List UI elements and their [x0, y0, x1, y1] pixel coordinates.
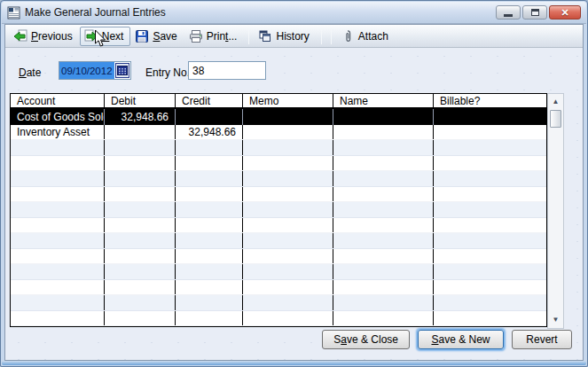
grid-row-empty[interactable]	[11, 140, 546, 156]
grid-cell-billable[interactable]	[434, 187, 546, 202]
grid-cell-name[interactable]	[333, 125, 434, 140]
grid-row-empty[interactable]	[11, 187, 546, 203]
grid-cell-billable[interactable]	[434, 311, 546, 326]
save-and-new-button[interactable]: Save & New	[418, 330, 504, 349]
grid-cell-account[interactable]	[11, 140, 105, 155]
grid-cell-billable[interactable]	[434, 125, 546, 140]
grid-cell-debit[interactable]	[105, 156, 176, 171]
grid-cell-credit[interactable]	[176, 156, 243, 171]
grid-cell-debit[interactable]	[105, 280, 176, 295]
grid-row-empty[interactable]	[11, 233, 546, 249]
next-button[interactable]: Next	[80, 27, 131, 46]
revert-button[interactable]: Revert	[512, 330, 572, 349]
calendar-button[interactable]	[115, 63, 129, 78]
grid-cell-account[interactable]: Inventory Asset	[11, 125, 105, 140]
grid-cell-credit[interactable]	[176, 295, 243, 310]
grid-cell-billable[interactable]	[434, 156, 546, 171]
grid-cell-credit[interactable]	[176, 280, 243, 295]
grid-row-empty[interactable]	[11, 218, 546, 234]
grid-cell-billable[interactable]	[434, 249, 546, 264]
grid-row-empty[interactable]	[11, 280, 546, 296]
grid-cell-account[interactable]	[11, 202, 105, 217]
grid-cell-account[interactable]: Cost of Goods Sold	[11, 109, 105, 125]
date-field[interactable]: 09/10/2012	[59, 61, 131, 80]
grid-cell-name[interactable]	[333, 280, 434, 295]
grid-cell-name[interactable]	[333, 311, 434, 326]
grid-cell-billable[interactable]	[434, 233, 546, 248]
grid-row-empty[interactable]	[11, 295, 546, 311]
grid-cell-credit[interactable]	[176, 171, 243, 186]
grid-cell-name[interactable]	[333, 249, 434, 264]
grid-cell-credit[interactable]	[176, 109, 243, 125]
grid-cell-debit[interactable]	[105, 218, 176, 233]
grid-cell-credit[interactable]	[176, 202, 243, 217]
save-button[interactable]: Save	[130, 27, 184, 46]
grid-cell-debit[interactable]	[105, 233, 176, 248]
grid-cell-billable[interactable]	[434, 264, 546, 279]
restore-button[interactable]	[522, 5, 547, 20]
previous-button[interactable]: Previous	[9, 27, 80, 46]
grid-cell-credit[interactable]	[176, 233, 243, 248]
grid-cell-memo[interactable]	[243, 156, 333, 171]
attach-button[interactable]: Attach	[336, 27, 396, 46]
grid-cell-debit[interactable]	[105, 202, 176, 217]
grid-cell-name[interactable]	[333, 218, 434, 233]
grid-cell-account[interactable]	[11, 187, 105, 202]
grid-cell-account[interactable]	[11, 295, 105, 310]
grid-cell-credit[interactable]	[176, 311, 243, 326]
grid-cell-account[interactable]	[11, 156, 105, 171]
grid-cell-name[interactable]	[333, 109, 434, 125]
grid-cell-name[interactable]	[333, 187, 434, 202]
grid-cell-memo[interactable]	[243, 109, 333, 125]
grid-cell-name[interactable]	[333, 140, 434, 155]
close-button[interactable]: ✕	[549, 5, 581, 20]
grid-cell-name[interactable]	[333, 295, 434, 310]
grid-cell-credit[interactable]	[176, 218, 243, 233]
grid-cell-debit[interactable]	[105, 295, 176, 310]
grid-row-empty[interactable]	[11, 311, 546, 327]
grid-cell-billable[interactable]	[434, 140, 546, 155]
grid-cell-debit[interactable]	[105, 264, 176, 279]
grid-row-empty[interactable]	[11, 171, 546, 187]
grid-cell-memo[interactable]	[243, 249, 333, 264]
grid-cell-account[interactable]	[11, 311, 105, 326]
grid-cell-memo[interactable]	[243, 218, 333, 233]
grid-cell-account[interactable]	[11, 280, 105, 295]
scroll-down-button[interactable]: ▼	[549, 314, 562, 326]
history-button[interactable]: History	[254, 27, 316, 46]
scrollbar-thumb[interactable]	[550, 110, 561, 128]
grid-cell-credit[interactable]	[176, 187, 243, 202]
grid-cell-billable[interactable]	[434, 295, 546, 310]
grid-cell-memo[interactable]	[243, 202, 333, 217]
entry-no-field[interactable]: 38	[188, 61, 266, 80]
grid-cell-debit[interactable]	[105, 187, 176, 202]
grid-cell-debit[interactable]	[105, 125, 176, 140]
grid-row-empty[interactable]	[11, 264, 546, 280]
grid-cell-credit[interactable]	[176, 140, 243, 155]
grid-cell-debit[interactable]	[105, 140, 176, 155]
grid-cell-credit[interactable]	[176, 264, 243, 279]
save-and-close-button[interactable]: Save & Close	[322, 330, 410, 349]
grid-cell-memo[interactable]	[243, 264, 333, 279]
grid-cell-credit[interactable]: 32,948.66	[176, 125, 243, 140]
grid-cell-account[interactable]	[11, 249, 105, 264]
grid-cell-account[interactable]	[11, 218, 105, 233]
grid-cell-memo[interactable]	[243, 233, 333, 248]
grid-cell-name[interactable]	[333, 156, 434, 171]
grid-cell-debit[interactable]	[105, 171, 176, 186]
print-button[interactable]: Print...	[184, 27, 245, 46]
grid-cell-name[interactable]	[333, 202, 434, 217]
grid-cell-memo[interactable]	[243, 295, 333, 310]
grid-cell-name[interactable]	[333, 171, 434, 186]
minimize-button[interactable]	[496, 5, 521, 20]
grid-cell-billable[interactable]	[434, 171, 546, 186]
grid-cell-memo[interactable]	[243, 280, 333, 295]
grid-row[interactable]: Cost of Goods Sold32,948.66	[11, 109, 546, 125]
grid-cell-billable[interactable]	[434, 218, 546, 233]
grid-row-empty[interactable]	[11, 249, 546, 265]
grid-cell-name[interactable]	[333, 264, 434, 279]
grid-cell-account[interactable]	[11, 264, 105, 279]
grid-cell-memo[interactable]	[243, 140, 333, 155]
grid-cell-billable[interactable]	[434, 280, 546, 295]
grid-cell-debit[interactable]	[105, 249, 176, 264]
